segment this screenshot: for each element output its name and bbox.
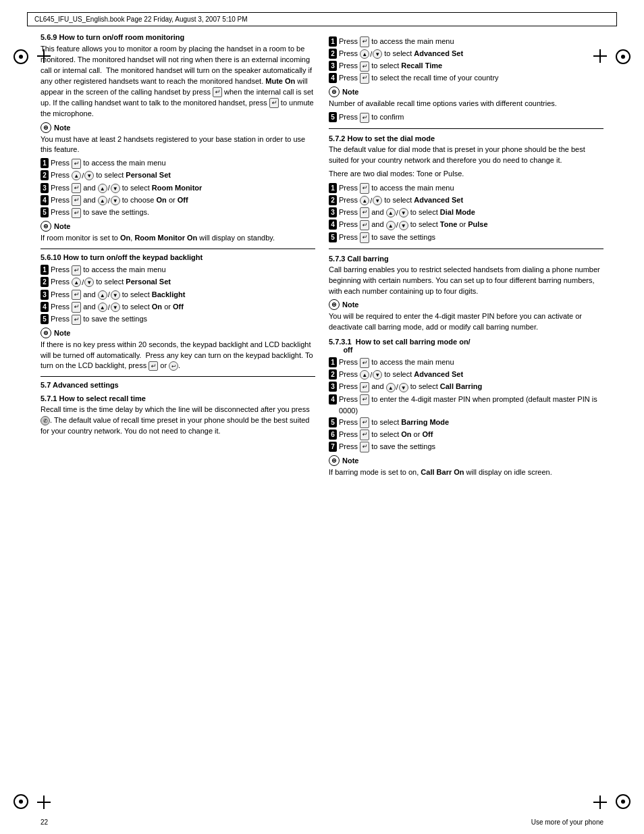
btn-571-4: ↵ — [360, 73, 369, 84]
divider-57 — [41, 376, 315, 377]
step-572-1: 1 Press ↵ to access the main menu — [329, 182, 603, 194]
btn-571-5: ↵ — [360, 113, 369, 124]
mute-on-label: Mute On — [265, 77, 295, 85]
btn-5731-3: ↵ — [360, 382, 369, 393]
step-569-2: 2 Press ▲/▼ to select Personal Set — [41, 170, 315, 181]
steps-571b: 5 Press ↵ to confirm — [329, 111, 603, 123]
note-label-5731: ⊜ Note — [329, 455, 603, 466]
note-icon-5731: ⊜ — [329, 455, 340, 466]
step-num-3: 3 — [41, 183, 49, 193]
step-571-2: 2 Press ▲/▼ to select Advanced Set — [329, 48, 603, 59]
nav-5731-3: ▲/▼ — [386, 382, 408, 393]
step-571-4: 4 Press ↵ to select the recall time of y… — [329, 72, 603, 84]
section-572-body2: There are two dial modes: Tone or Pulse. — [329, 169, 603, 180]
section-572-title: 5.7.2 How to set the dial mode — [329, 134, 603, 142]
note-icon-573: ⊜ — [329, 299, 340, 310]
nav-572-3: ▲/▼ — [386, 207, 408, 219]
left-column: 5.6.9 How to turn on/off room monitoring… — [41, 33, 315, 483]
nav-5610-4: ▲/▼ — [98, 302, 120, 313]
btn-menu: ↵ — [72, 159, 81, 170]
section-5731: 5.7.3.1 How to set call barring mode on/… — [329, 338, 603, 477]
nav-572-4: ▲/▼ — [386, 219, 408, 231]
btn-icon-menu1: ↵ — [213, 87, 222, 97]
section-573-title: 5.7.3 Call barring — [329, 255, 603, 263]
page-number: 22 — [41, 818, 48, 826]
step-569-5: 5 Press ↵ to save the settings. — [41, 207, 315, 218]
btn-5610-4: ↵ — [72, 302, 81, 313]
divider-573 — [329, 249, 603, 249]
corner-decoration-tl — [14, 49, 28, 64]
note-block-569b: ⊜ Note If room monitor is set to On, Roo… — [41, 221, 315, 243]
corner-decoration-bl — [14, 794, 28, 809]
btn-5731-1: ↵ — [360, 358, 369, 369]
btn-5731-7: ↵ — [360, 442, 369, 452]
header-bar: CL645_IFU_US_English.book Page 22 Friday… — [27, 12, 617, 26]
btn-5610-1: ↵ — [72, 265, 81, 276]
right-column: 1 Press ↵ to access the main menu 2 Pres… — [329, 33, 603, 483]
section-569: 5.6.9 How to turn on/off room monitoring… — [41, 33, 315, 243]
btn-572-3: ↵ — [360, 207, 369, 218]
cross-br — [593, 796, 607, 809]
step-5610-1: 1 Press ↵ to access the main menu — [41, 264, 315, 276]
step-569-3: 3 Press ↵ and ▲/▼ to select Room Monitor — [41, 182, 315, 194]
cross-bl — [37, 796, 51, 809]
note-label-571: ⊜ Note — [329, 86, 603, 97]
btn-571-1: ↵ — [360, 36, 369, 47]
step-num-1: 1 — [41, 158, 49, 168]
btn-5731-6: ↵ — [360, 429, 369, 440]
note-block-571: ⊜ Note Number of available recall time o… — [329, 86, 603, 109]
section-569-body: This feature allows you to monitor a roo… — [41, 44, 315, 120]
nav-5610-3: ▲/▼ — [98, 289, 120, 301]
section-57-title: 5.7 Advanced settings — [41, 381, 315, 389]
step-5610-2: 2 Press ▲/▼ to select Personal Set — [41, 276, 315, 288]
btn-5731-4: ↵ — [360, 394, 369, 405]
section-5610: 5.6.10 How to turn on/off the keypad bac… — [41, 253, 315, 371]
section-57: 5.7 Advanced settings — [41, 381, 315, 389]
step-5610-3: 3 Press ↵ and ▲/▼ to select Backlight — [41, 289, 315, 301]
btn-572-4: ↵ — [360, 220, 369, 231]
step-5731-6: 6 Press ↵ to select On or Off — [329, 429, 603, 440]
section-572: 5.7.2 How to set the dial mode The defau… — [329, 134, 603, 243]
note-icon-571: ⊜ — [329, 86, 340, 97]
section-569-title: 5.6.9 How to turn on/off room monitoring — [41, 33, 315, 41]
btn-572-1: ↵ — [360, 183, 369, 194]
step-572-5: 5 Press ↵ to save the settings — [329, 232, 603, 243]
note-block-5610: ⊜ Note If there is no key press within 2… — [41, 328, 315, 371]
end-icon: ✆ — [41, 416, 50, 425]
cross-tr — [593, 49, 607, 63]
btn-back: ↩ — [169, 361, 178, 371]
note-block-573: ⊜ Note You will be required to enter the… — [329, 299, 603, 332]
steps-571: 1 Press ↵ to access the main menu 2 Pres… — [329, 36, 603, 84]
btn-572-5: ↵ — [360, 232, 369, 243]
nav-icon2: ▲/▼ — [98, 182, 120, 194]
step-5731-1: 1 Press ↵ to access the main menu — [329, 357, 603, 368]
step-572-4: 4 Press ↵ and ▲/▼ to select Tone or Puls… — [329, 219, 603, 230]
step-572-3: 3 Press ↵ and ▲/▼ to select Dial Mode — [329, 207, 603, 218]
step-571-3: 3 Press ↵ to select Recall Time — [329, 60, 603, 72]
step-5731-3: 3 Press ↵ and ▲/▼ to select Call Barring — [329, 381, 603, 392]
steps-5731: 1 Press ↵ to access the main menu 2 Pres… — [329, 357, 603, 452]
note-text-573: You will be required to enter the 4-digi… — [329, 311, 603, 332]
step-5731-2: 2 Press ▲/▼ to select Advanced Set — [329, 369, 603, 380]
page: CL645_IFU_US_English.book Page 22 Friday… — [0, 12, 644, 834]
note-text-5731: If barring mode is set to on, Call Barr … — [329, 467, 603, 477]
btn-5731-5: ↵ — [360, 417, 369, 428]
main-content: 5.6.9 How to turn on/off room monitoring… — [41, 33, 603, 483]
btn-5610-3: ↵ — [72, 290, 81, 301]
step-569-1: 1 Press ↵ to access the main menu — [41, 157, 315, 169]
note-text-5610: If there is no key press within 20 secon… — [41, 340, 315, 371]
step-5610-4: 4 Press ↵ and ▲/▼ to select On or Off — [41, 301, 315, 313]
note-text-571: Number of available recall time options … — [329, 99, 603, 109]
steps-569: 1 Press ↵ to access the main menu 2 Pres… — [41, 157, 315, 218]
section-573-body: Call barring enables you to restrict sel… — [329, 265, 603, 297]
note-label-573: ⊜ Note — [329, 299, 603, 310]
nav-icon3: ▲/▼ — [98, 195, 120, 207]
step-571-5: 5 Press ↵ to confirm — [329, 111, 603, 123]
step-5610-5: 5 Press ↵ to save the settings — [41, 313, 315, 325]
steps-5610: 1 Press ↵ to access the main menu 2 Pres… — [41, 264, 315, 325]
nav-5731-2: ▲/▼ — [360, 369, 382, 381]
step-5731-5: 5 Press ↵ to select Barring Mode — [329, 417, 603, 428]
note-text-569b: If room monitor is set to On, Room Monit… — [41, 233, 315, 243]
cross-tl — [37, 49, 51, 63]
section-571-body: Recall time is the time delay by which t… — [41, 405, 315, 437]
